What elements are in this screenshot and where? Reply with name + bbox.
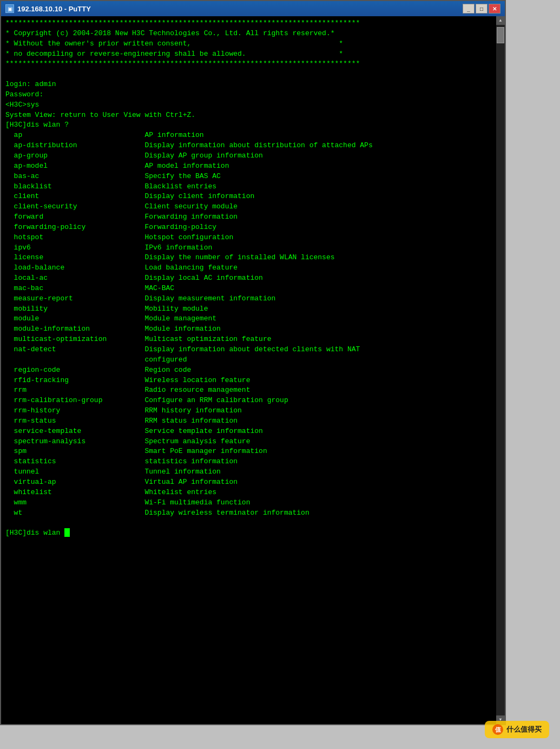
window-title: 192.168.10.10 - PuTTY — [17, 5, 91, 13]
putty-icon: ▣ — [5, 4, 14, 13]
putty-window: ▣ 192.168.10.10 - PuTTY _ □ ✕ **********… — [0, 0, 506, 725]
watermark: 值 什么值得买 — [485, 721, 549, 738]
scroll-thumb[interactable] — [497, 27, 504, 43]
scrollbar[interactable]: ▲ ▼ — [496, 16, 505, 724]
minimize-button[interactable]: _ — [463, 4, 475, 14]
maximize-button[interactable]: □ — [476, 4, 487, 14]
close-button[interactable]: ✕ — [489, 4, 500, 14]
watermark-icon: 值 — [492, 724, 503, 735]
scroll-up-button[interactable]: ▲ — [496, 16, 505, 25]
title-bar-buttons: _ □ ✕ — [463, 4, 500, 14]
title-bar-left: ▣ 192.168.10.10 - PuTTY — [5, 4, 91, 13]
terminal-cursor — [64, 528, 70, 537]
terminal-area[interactable]: ****************************************… — [1, 16, 505, 724]
title-bar: ▣ 192.168.10.10 - PuTTY _ □ ✕ — [1, 1, 505, 16]
terminal-output: ****************************************… — [5, 18, 500, 538]
watermark-text: 什么值得买 — [506, 725, 542, 734]
